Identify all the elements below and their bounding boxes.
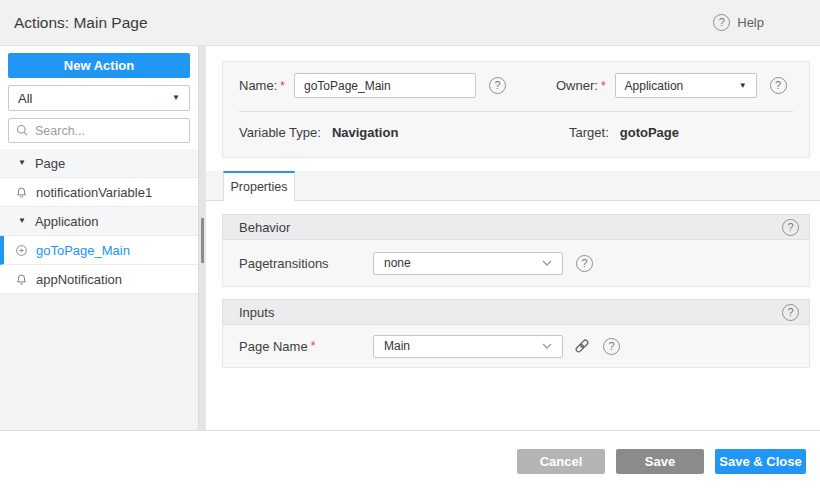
action-summary-panel: Name: * ? Owner: * Application ▼ ? Varia… xyxy=(222,61,810,158)
tree-item-appnotification[interactable]: appNotification xyxy=(0,265,198,294)
panel-divider xyxy=(239,111,793,112)
tree-group-page[interactable]: ▼ Page xyxy=(0,149,198,178)
target-label: Target: xyxy=(569,125,609,140)
caret-down-icon[interactable]: ▼ xyxy=(18,217,26,225)
help-icon[interactable]: ? xyxy=(576,255,593,272)
goto-page-icon xyxy=(15,244,28,257)
inputs-section-body: Page Name * Main ? xyxy=(222,325,810,368)
caret-down-icon: ▼ xyxy=(172,94,180,102)
help-icon[interactable]: ? xyxy=(603,338,620,355)
owner-label: Owner: xyxy=(556,78,598,93)
caret-down-icon: ▼ xyxy=(739,82,747,90)
tree-item-label: appNotification xyxy=(36,272,122,287)
sidebar-scrollbar-thumb[interactable] xyxy=(201,218,204,263)
cancel-button[interactable]: Cancel xyxy=(517,449,605,474)
inputs-section-header: Inputs ? xyxy=(222,299,810,325)
tree-group-label: Application xyxy=(35,214,99,229)
chevron-down-icon xyxy=(542,260,552,266)
pagetransitions-dropdown[interactable]: none xyxy=(373,252,563,275)
tab-properties[interactable]: Properties xyxy=(223,171,295,201)
required-mark: * xyxy=(280,79,285,93)
help-icon[interactable]: ? xyxy=(713,14,730,31)
bind-link-icon[interactable] xyxy=(574,338,590,354)
inputs-section: Inputs ? Page Name * Main ? xyxy=(222,299,810,368)
page-name-label: Page Name * xyxy=(239,339,373,354)
help-icon[interactable]: ? xyxy=(782,304,799,321)
pagetransitions-label: Pagetransitions xyxy=(239,256,373,271)
tree-group-label: Page xyxy=(35,156,65,171)
footer: Cancel Save Save & Close xyxy=(0,430,820,488)
sidebar-controls: New Action All ▼ xyxy=(0,46,198,143)
tree-item-label: goToPage_Main xyxy=(36,243,130,258)
new-action-button[interactable]: New Action xyxy=(8,53,190,78)
type-target-row: Variable Type: Navigation Target: gotoPa… xyxy=(239,125,793,145)
help-icon[interactable]: ? xyxy=(770,77,787,94)
page-title: Actions: Main Page xyxy=(14,0,148,45)
variable-type-label: Variable Type: xyxy=(239,125,321,140)
footer-buttons: Cancel Save Save & Close xyxy=(517,449,806,474)
help-icon[interactable]: ? xyxy=(782,219,799,236)
chevron-down-icon xyxy=(542,343,552,349)
owner-select[interactable]: Application ▼ xyxy=(615,73,757,98)
search-input[interactable] xyxy=(35,124,182,138)
save-button[interactable]: Save xyxy=(616,449,704,474)
name-owner-row: Name: * ? Owner: * Application ▼ ? xyxy=(239,73,799,98)
actions-editor-window: Actions: Main Page ? Help New Action All… xyxy=(0,0,820,488)
page-name-value: Main xyxy=(384,339,410,353)
help-button[interactable]: ? Help xyxy=(713,0,764,45)
caret-down-icon[interactable]: ▼ xyxy=(18,159,26,167)
sidebar: New Action All ▼ ▼ Page notificat xyxy=(0,46,198,430)
search-box[interactable] xyxy=(8,118,190,143)
filter-select-value: All xyxy=(18,91,32,106)
notification-icon xyxy=(15,273,28,286)
header: Actions: Main Page ? Help xyxy=(0,0,820,46)
page-name-dropdown[interactable]: Main xyxy=(373,335,563,358)
notification-icon xyxy=(15,186,28,199)
owner-select-value: Application xyxy=(625,79,684,93)
behavior-section: Behavior ? Pagetransitions none ? xyxy=(222,214,810,287)
name-input[interactable] xyxy=(294,73,476,98)
tree-item-gotopage-main[interactable]: goToPage_Main xyxy=(0,236,198,265)
required-mark: * xyxy=(601,79,606,93)
main-content: Name: * ? Owner: * Application ▼ ? Varia… xyxy=(206,46,820,430)
tree-item-label: notificationVariable1 xyxy=(36,185,152,200)
inputs-title: Inputs xyxy=(239,305,274,320)
pagetransitions-value: none xyxy=(384,256,411,270)
target-value: gotoPage xyxy=(620,125,679,140)
required-mark: * xyxy=(311,339,316,353)
save-and-close-button[interactable]: Save & Close xyxy=(715,449,806,474)
actions-tree: ▼ Page notificationVariable1 ▼ Applicati… xyxy=(0,149,198,430)
tree-item-notificationvariable1[interactable]: notificationVariable1 xyxy=(0,178,198,207)
behavior-section-body: Pagetransitions none ? xyxy=(222,240,810,287)
sidebar-scrollbar-track[interactable] xyxy=(198,46,206,430)
help-icon[interactable]: ? xyxy=(489,77,506,94)
sidebar-empty-area xyxy=(0,294,198,430)
name-label: Name: xyxy=(239,78,277,93)
filter-select[interactable]: All ▼ xyxy=(8,85,190,111)
behavior-title: Behavior xyxy=(239,220,290,235)
behavior-section-header: Behavior ? xyxy=(222,214,810,240)
tab-bar: Properties xyxy=(206,171,820,201)
variable-type-value: Navigation xyxy=(332,125,398,140)
search-icon xyxy=(16,124,29,137)
tree-group-application[interactable]: ▼ Application xyxy=(0,207,198,236)
tab-properties-label: Properties xyxy=(231,180,288,194)
help-label[interactable]: Help xyxy=(737,15,764,30)
